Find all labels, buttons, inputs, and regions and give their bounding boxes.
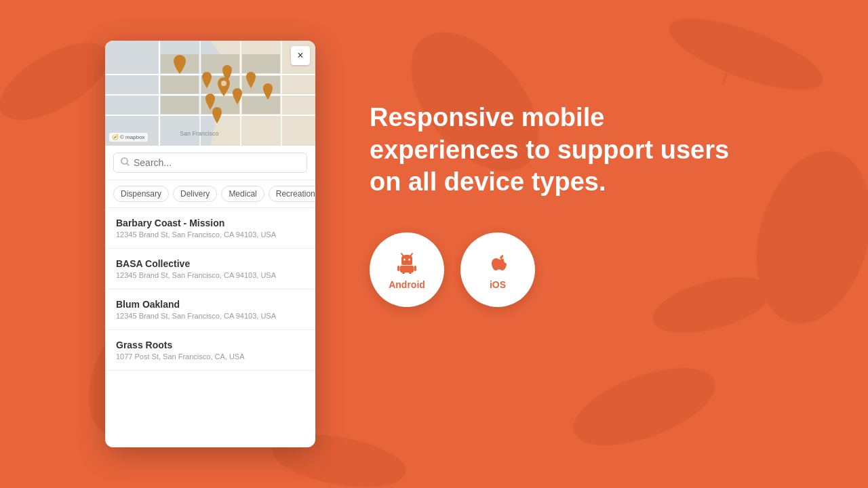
listing-address: 12345 Brand St, San Francisco, CA 94103,…: [116, 271, 304, 279]
listing-address: 12345 Brand St, San Francisco, CA 94103,…: [116, 312, 304, 320]
search-icon: [121, 157, 130, 168]
svg-rect-38: [402, 272, 405, 274]
apple-icon: [486, 249, 510, 274]
svg-line-30: [127, 163, 129, 165]
ios-label: iOS: [490, 279, 506, 290]
mobile-panel: San Francisco: [105, 41, 315, 447]
mapbox-compass-icon: 🧭: [112, 134, 119, 140]
svg-point-33: [403, 258, 406, 260]
svg-rect-26: [242, 54, 280, 73]
listing-name: BASA Collective: [116, 258, 304, 269]
tagline: Responsive mobile experiences to support…: [370, 102, 749, 199]
listings-container: Barbary Coast - Mission 12345 Brand St, …: [105, 208, 315, 447]
svg-rect-19: [161, 96, 199, 114]
list-item[interactable]: Grass Roots 1077 Post St, San Francisco,…: [105, 330, 315, 371]
svg-rect-37: [414, 266, 417, 271]
svg-point-28: [221, 81, 226, 86]
android-label: Android: [389, 279, 425, 290]
listing-address: 12345 Brand St, San Francisco, CA 94103,…: [116, 230, 304, 239]
svg-rect-23: [242, 96, 280, 114]
list-item[interactable]: Barbary Coast - Mission 12345 Brand St, …: [105, 208, 315, 249]
map-area: San Francisco: [105, 41, 315, 146]
close-button[interactable]: ×: [291, 46, 310, 65]
filter-delivery[interactable]: Delivery: [173, 186, 217, 202]
list-item[interactable]: Blum Oakland 12345 Brand St, San Francis…: [105, 289, 315, 330]
svg-rect-35: [400, 266, 414, 272]
filter-dispensary[interactable]: Dispensary: [113, 186, 169, 202]
listing-name: Grass Roots: [116, 340, 304, 350]
listing-name: Barbary Coast - Mission: [116, 218, 304, 228]
filter-recreational[interactable]: Recreational: [269, 186, 315, 202]
android-icon: [395, 249, 419, 274]
mapbox-logo: 🧭 © mapbox: [109, 133, 148, 142]
filter-tabs: Dispensary Delivery Medical Recreational: [105, 180, 315, 208]
android-button[interactable]: Android: [370, 232, 444, 307]
filter-medical[interactable]: Medical: [221, 186, 264, 202]
listing-address: 1077 Post St, San Francisco, CA, USA: [116, 352, 304, 361]
svg-text:San Francisco: San Francisco: [180, 130, 219, 137]
svg-point-34: [408, 258, 410, 260]
search-input[interactable]: [134, 157, 300, 168]
search-input-wrap[interactable]: [113, 152, 307, 173]
svg-rect-18: [161, 76, 199, 94]
svg-rect-39: [409, 272, 412, 274]
ios-button[interactable]: iOS: [460, 232, 535, 307]
search-area: [105, 146, 315, 180]
svg-rect-25: [201, 54, 239, 73]
platform-icons: Android iOS: [370, 232, 535, 307]
right-content: Responsive mobile experiences to support…: [315, 34, 868, 307]
close-icon: ×: [297, 49, 303, 62]
listing-name: Blum Oakland: [116, 299, 304, 310]
list-item[interactable]: BASA Collective 12345 Brand St, San Fran…: [105, 249, 315, 289]
svg-rect-36: [397, 266, 400, 271]
